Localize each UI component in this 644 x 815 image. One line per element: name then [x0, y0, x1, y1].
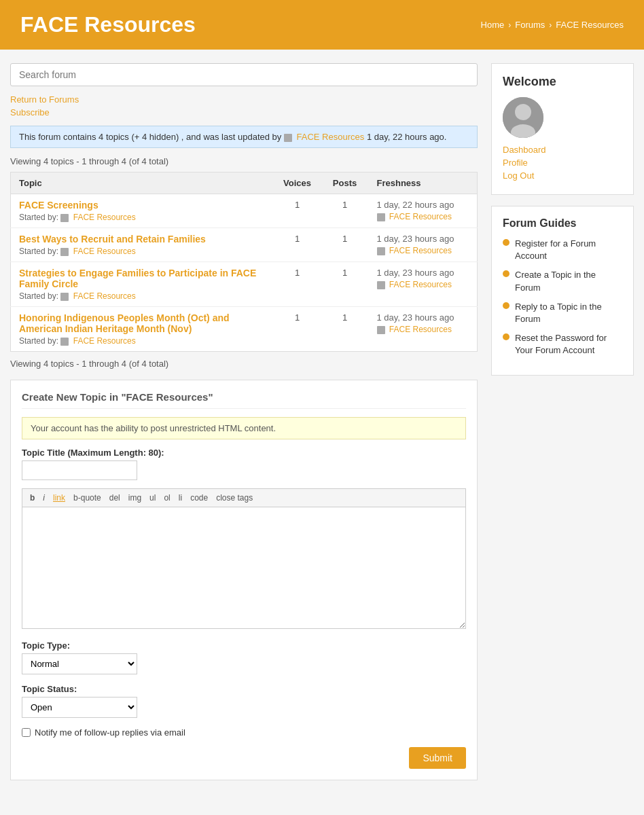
freshness-user: FACE Resources — [377, 280, 469, 289]
viewing-text-bottom: Viewing 4 topics - 1 through 4 (of 4 tot… — [10, 359, 478, 369]
main-container: Return to Forums Subscribe This forum co… — [0, 50, 644, 794]
toolbar-del[interactable]: del — [107, 492, 122, 503]
topic-title-link[interactable]: Honoring Indigenous Peoples Month (Oct) … — [19, 312, 230, 334]
started-by-user-link[interactable]: FACE Resources — [73, 291, 136, 301]
voices-cell: 1 — [274, 228, 321, 262]
freshness-time: 1 day, 23 hours ago — [377, 268, 469, 278]
subscribe-link[interactable]: Subscribe — [10, 107, 478, 117]
sidebar-dashboard-link[interactable]: Dashboard — [503, 145, 622, 155]
site-header: FACE Resources Home › Forums › FACE Reso… — [0, 0, 644, 50]
toolbar-ol[interactable]: ol — [162, 492, 172, 503]
breadcrumb-sep-2: › — [549, 20, 552, 30]
toolbar-code[interactable]: code — [188, 492, 210, 503]
topic-type-row: Topic Type: NormalStickySuper Sticky — [22, 640, 466, 674]
guide-link[interactable]: Create a Topic in the Forum — [515, 269, 622, 293]
started-by-user-link[interactable]: FACE Resources — [73, 247, 136, 256]
posts-cell: 1 — [321, 194, 369, 228]
breadcrumb-home[interactable]: Home — [481, 20, 505, 30]
toolbar-bquote[interactable]: b-quote — [71, 492, 103, 503]
freshness-time: 1 day, 22 hours ago — [377, 200, 469, 210]
started-by: Started by: FACE Resources — [19, 336, 266, 346]
freshness-time: 1 day, 23 hours ago — [377, 312, 469, 323]
guide-bullet — [503, 239, 509, 246]
submit-row: Submit — [22, 747, 466, 769]
table-row: Best Ways to Recruit and Retain Families… — [11, 228, 478, 262]
started-by-user-link[interactable]: FACE Resources — [73, 336, 136, 346]
toolbar-b[interactable]: b — [28, 492, 37, 503]
search-input[interactable] — [10, 63, 478, 86]
breadcrumb-forums[interactable]: Forums — [515, 20, 545, 30]
user-icon — [60, 293, 69, 301]
guide-item: Register for a Forum Account — [503, 238, 622, 262]
notify-label: Notify me of follow-up replies via email — [35, 727, 185, 738]
create-topic-box: Create New Topic in "FACE Resources" You… — [10, 380, 478, 780]
freshness-user-link[interactable]: FACE Resources — [389, 280, 452, 289]
topic-title-link[interactable]: Strategies to Engage Families to Partici… — [19, 268, 256, 289]
info-bar-time: 1 day, 22 hours ago. — [367, 132, 447, 142]
guide-link[interactable]: Register for a Forum Account — [515, 238, 622, 262]
topic-status-select[interactable]: OpenClosed — [22, 697, 137, 718]
started-by: Started by: FACE Resources — [19, 247, 266, 256]
topic-type-select[interactable]: NormalStickySuper Sticky — [22, 653, 137, 674]
toolbar-ul[interactable]: ul — [147, 492, 158, 503]
topic-type-label: Topic Type: — [22, 640, 466, 651]
table-row: FACE Screenings Started by: FACE Resourc… — [11, 194, 478, 228]
guide-item: Reset the Password for Your Forum Accoun… — [503, 332, 622, 357]
avatar — [503, 97, 543, 138]
breadcrumb-sep-1: › — [508, 20, 511, 30]
posts-cell: 1 — [321, 228, 369, 262]
forum-guides-box: Forum Guides Register for a Forum Accoun… — [491, 206, 634, 376]
topic-title-link[interactable]: FACE Screenings — [19, 200, 99, 211]
topic-title-input[interactable] — [22, 460, 137, 480]
svg-point-1 — [515, 104, 531, 120]
sidebar-profile-link[interactable]: Profile — [503, 158, 622, 168]
topic-body-textarea[interactable] — [22, 507, 466, 629]
topic-status-label: Topic Status: — [22, 684, 466, 694]
guide-link[interactable]: Reset the Password for Your Forum Accoun… — [515, 332, 622, 357]
freshness-user-icon — [377, 326, 385, 334]
notify-row: Notify me of follow-up replies via email — [22, 727, 466, 738]
started-by: Started by: FACE Resources — [19, 291, 266, 301]
sidebar: Welcome Dashboard Profile Log Out Forum … — [491, 63, 634, 780]
toolbar-li[interactable]: li — [177, 492, 184, 503]
submit-button[interactable]: Submit — [409, 747, 466, 769]
started-by-user-link[interactable]: FACE Resources — [73, 213, 136, 222]
freshness-user-icon — [377, 281, 385, 289]
user-icon-info — [284, 134, 292, 142]
editor-toolbar: b i link b-quote del img ul ol li code c… — [22, 488, 466, 507]
info-bar-text-hidden: (+ 4 hidden) — [131, 132, 179, 142]
guide-bullet — [503, 270, 509, 277]
voices-cell: 1 — [274, 194, 321, 228]
freshness-user-link[interactable]: FACE Resources — [389, 325, 452, 334]
forum-guides-list: Register for a Forum Account Create a To… — [503, 238, 622, 357]
sidebar-logout-link[interactable]: Log Out — [503, 170, 622, 181]
toolbar-img[interactable]: img — [126, 492, 143, 503]
freshness-user: FACE Resources — [377, 325, 469, 334]
col-header-topic: Topic — [11, 173, 274, 194]
freshness-user-icon — [377, 247, 385, 255]
toolbar-close-tags[interactable]: close tags — [214, 492, 255, 503]
info-bar-user-link[interactable]: FACE Resources — [297, 132, 365, 142]
freshness-user-link[interactable]: FACE Resources — [389, 212, 452, 221]
return-to-forums-link[interactable]: Return to Forums — [10, 94, 478, 105]
topic-title-link[interactable]: Best Ways to Recruit and Retain Families — [19, 234, 206, 244]
posts-cell: 1 — [321, 262, 369, 307]
guide-link[interactable]: Reply to a Topic in the Forum — [515, 301, 622, 325]
col-header-freshness: Freshness — [369, 173, 478, 194]
toolbar-i[interactable]: i — [41, 492, 47, 503]
guide-bullet — [503, 302, 509, 309]
html-notice: Your account has the ability to post unr… — [22, 417, 466, 439]
breadcrumb: Home › Forums › FACE Resources — [481, 20, 624, 30]
welcome-box: Welcome Dashboard Profile Log Out — [491, 63, 634, 195]
freshness-user-icon — [377, 213, 385, 221]
col-header-voices: Voices — [274, 173, 321, 194]
forum-guides-title: Forum Guides — [503, 217, 622, 230]
posts-cell: 1 — [321, 307, 369, 352]
freshness-user-link[interactable]: FACE Resources — [389, 246, 452, 255]
notify-checkbox[interactable] — [22, 728, 31, 737]
col-header-posts: Posts — [321, 173, 369, 194]
user-icon — [60, 214, 69, 222]
info-bar: This forum contains 4 topics (+ 4 hidden… — [10, 126, 478, 148]
toolbar-link[interactable]: link — [51, 492, 67, 503]
viewing-text-top: Viewing 4 topics - 1 through 4 (of 4 tot… — [10, 156, 478, 166]
